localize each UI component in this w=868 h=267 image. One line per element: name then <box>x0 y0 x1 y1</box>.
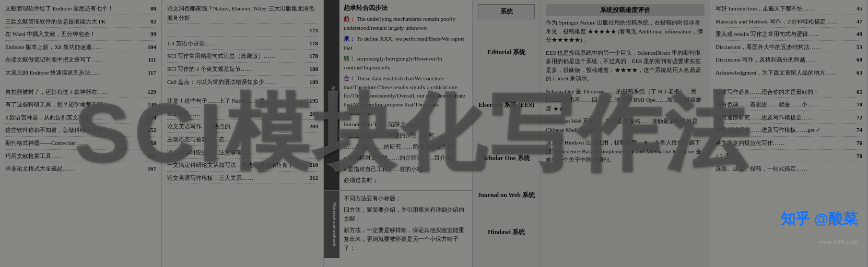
editorial-rating-text: 作为 Springer Nature 出版社用的投稿系统，在投稿的时候非常常见，… <box>546 19 703 43</box>
col6-item-4-text: Discussion，看国外大牛的五步结构法…… <box>715 43 821 52</box>
col-ratings: 系统投稿难度评价 作为 Springer Nature 出版社用的投稿系统，在投… <box>541 0 710 267</box>
col6-item-9-text: 信号通路研究……思及写作模板全…… <box>715 113 813 123</box>
ees-rating: EES 也是投稿系统中的另一个巨头，ScienceDirect 里的期刊很多用的… <box>546 48 705 83</box>
col1-item-5: 在读文献做笔记时顺手把文章写了…… 111 <box>5 55 156 66</box>
abstract-line-8: c 是指标对文中提……的介绍说……目介绍 <box>344 153 468 162</box>
col1-item-10-text: 这些软件你都不知道，怎做科研玩儿去！ <box>5 126 109 135</box>
col2-item-11-text: 论文写作时应提……注意事项…… <box>167 148 253 157</box>
col6-item-7: 综述写作必备……适合你的才是最好的！ 65 <box>715 88 862 99</box>
col6-item-1-num: 45 <box>857 4 862 14</box>
col2-item-6-text: Cell 盘点：习以为常的语法错误知多少…… <box>167 78 276 87</box>
col2-item-13-text: 论文英语写作模板：三大关系…… <box>167 174 253 183</box>
col1-item-4-num: 104 <box>148 43 157 52</box>
col6-item-2-num: 47 <box>857 17 862 27</box>
elseriver-system-name: Elseriver 系统 (EES) <box>478 100 535 110</box>
col6-item-8-num: 70 <box>857 100 862 110</box>
abstract-line-6: a 是指所在研……环境的介绍、研究…… <box>344 131 468 140</box>
col1-item-11-num: 158 <box>148 139 157 148</box>
mm-line-3: 新方法，一定要是够祥细，保证其他实验室能重复出来，否则就要被怀疑是另一个小保方晴… <box>344 226 468 252</box>
col2-item-11: 论文写作时应提……注意事项…… <box>167 148 318 159</box>
col6-item-13-text: 选题、成文、投稿，一站式搞定…… <box>715 164 807 174</box>
col2-item-10: 主动语态与被动……态…… <box>167 135 318 146</box>
hindawi-rating-text: 这只有 Hindawi 出版社用，投稿难度：★，非常人性化，旗下期刊 Evide… <box>546 139 701 163</box>
col1-item-7: 自拍器被封了，还好有这 4 款神器在…… 129 <box>5 88 156 99</box>
col2-item-12: 一文搞定科研论文从如写法，再也不要淡水鱼食了…… 210 <box>167 161 318 172</box>
page-container: 文献管理软件给了 Endnote 竟然还有七个！ 80 三款文献管理软件的信息提… <box>0 0 868 267</box>
scholar-system-name: Scholar One 系统 <box>478 153 535 163</box>
col6-item-3-num: 49 <box>857 30 862 39</box>
col1-item-12-text: 巧用文献检索工具…… <box>5 152 63 161</box>
col2-item-12-num: 210 <box>310 161 319 170</box>
col1-item-5-text: 在读文献做笔记时顺手把文章写了…… <box>5 55 103 65</box>
col2-item-13-num: 212 <box>310 174 319 183</box>
scholar-rating-text: Scholar One 是 Thomson……的投稿系统（了 SCI 老板），用… <box>546 88 701 112</box>
abstract-line-5: Introduction T……陷阱之 abcd <box>344 120 468 129</box>
abstract-line-3: 转： surprisingly/Intriguingly/However/In … <box>344 54 468 71</box>
ees-rating-text: EES 也是投稿系统中的另一个巨头，ScienceDirect 里的期刊很多用的… <box>546 50 701 82</box>
col2-item-6: Cell 盘点：习以为常的语法错误知多少…… 189 <box>167 78 318 89</box>
col2-item-8-num: 201 <box>310 110 319 119</box>
col2-item-2-text: …… <box>167 26 179 35</box>
col6-item-1: 写好 Introduction，走遍天下都不怕…… 45 <box>715 4 862 15</box>
col1-item-4-text: Endnote 版本上新，X8 新功能速递…… <box>5 43 103 52</box>
col-writing-skills: 写好 Introduction，走遍天下都不怕…… 45 Materials a… <box>710 0 868 267</box>
col2-item-5-num: 188 <box>310 65 319 74</box>
col2-item-2: …… 173 <box>167 26 318 37</box>
col6-item-10-text: 肿瘤领域研究……进及写作模板……get ✓ <box>715 126 820 135</box>
col2-item-3-num: 178 <box>310 39 319 48</box>
col1-item-10: 这些软件你都不知道，怎做科研玩儿去！ 152 <box>5 126 156 137</box>
col1-item-10-num: 152 <box>148 126 157 135</box>
abstract-cheng-text: To define XXX, we performed/Here/We repo… <box>344 35 464 51</box>
col6-item-11: 英文达意的规范化写作…… 76 <box>715 139 862 150</box>
abstract-line-4: 合： These data establish that/We conclude… <box>344 74 468 117</box>
col3-inner: Abstract 趋承转合四步法 趋： The underlying mecha… <box>324 0 472 267</box>
col2-item-7: 注意！这些句子……上了 Nature……是…… 195 <box>167 96 318 107</box>
col6-item-13: 选题、成文、投稿，一站式搞定…… <box>715 164 862 175</box>
col1-item-9-text: 3 款语言神器，从此告别英文写作…… <box>5 113 101 123</box>
col1-item-4: Endnote 版本上新，X8 新功能速递…… 104 <box>5 43 156 54</box>
col1-item-2-num: 82 <box>150 17 156 27</box>
col1-item-6-text: 大混兄的 Endnote 快速综述五步法…… <box>5 68 102 78</box>
col2-item-4-text: SCI 写作常用精彩句式汇总（典藏版）…… <box>167 52 275 61</box>
col6-item-1-text: 写好 Introduction，走遍天下都不怕…… <box>715 4 814 14</box>
col6-item-9: 信号通路研究……思及写作模板全…… 72 <box>715 113 862 124</box>
abstract-section: Abstract 趋承转合四步法 趋： The underlying mecha… <box>324 0 472 267</box>
abstract-qu-label: 趋： <box>344 16 355 22</box>
col1-item-7-num: 129 <box>148 88 157 97</box>
col2-item-12-text: 一文搞定科研论文从如写法，再也不要淡水鱼食了…… <box>167 161 305 170</box>
col2-item-3: 1.3 英语小讲堂…… 178 <box>167 39 318 50</box>
col2-item-4: SCI 写作常用精彩句式汇总（典藏版）…… 178 <box>167 52 318 63</box>
col-writing-tips: 论文润色哪家强？Nature, Elsevier, Wiley 三大出版集团润色… <box>162 0 324 267</box>
col2-item-13: 论文英语写作模板：三大关系…… 212 <box>167 174 318 185</box>
abstract-cheng-label: 承： <box>344 35 355 42</box>
col6-item-12-num: 78 <box>857 152 862 161</box>
col1-item-13-text: 毕业论文格式大全藏起…… <box>5 164 74 174</box>
mm-line-2: 旧方法，要简要介绍，并引用原来有详细介绍的文献； <box>344 205 468 223</box>
jweb-system-name: Journal on Web 系统 <box>478 190 535 200</box>
background-content: 文献管理软件给了 Endnote 竟然还有七个！ 80 三款文献管理软件的信息提… <box>0 0 868 267</box>
col6-item-3: 重头戏 results 写作之常用句式与逻辑…… 49 <box>715 30 862 41</box>
col2-item-3-text: 1.3 英语小讲堂…… <box>167 39 216 48</box>
col2-item-5: SCI 写作的 4 个英文规范短节…… 188 <box>167 65 318 76</box>
col2-item-1: 论文润色哪家强？Nature, Elsevier, Wiley 三大出版集团润色… <box>167 4 318 24</box>
col2-item-8-text: SCI 常见…… <box>167 110 201 119</box>
col2-item-8: SCI 常见…… 201 <box>167 110 318 120</box>
col6-item-2-text: Materials and Methods 写作，2 分钟轻松搞定…… <box>715 17 837 27</box>
abstract-line-9: d 是指对自己工作……容的小结 <box>344 165 468 174</box>
col1-item-9: 3 款语言神器，从此告别英文写作…… 144 <box>5 113 156 124</box>
col1-item-12: 巧用文献检索工具…… 163 <box>5 152 156 163</box>
abstract-line-10: 必须过去时； <box>344 176 468 185</box>
abstract-header-row: Abstract 趋承转合四步法 趋： The underlying mecha… <box>324 0 472 190</box>
col1-item-8-num: 140 <box>148 100 157 110</box>
col2-item-10-text: 主动语态与被动……态…… <box>167 135 236 144</box>
col6-item-5: Discussion 写作，及格到高分的跨越…… 60 <box>715 55 862 66</box>
col1-item-6: 大混兄的 Endnote 快速综述五步法…… 117 <box>5 68 156 79</box>
col1-item-8: 有了这些科研工具，您？还学啥都不行！ 140 <box>5 100 156 111</box>
col6-item-10-num: 74 <box>857 126 862 135</box>
col1-item-7-text: 自拍器被封了，还好有这 4 款神器在…… <box>5 88 109 97</box>
col2-item-9-num: 204 <box>310 122 319 131</box>
col2-item-9: 论文英语写作……热点的…… 204 <box>167 122 318 133</box>
col1-item-6-num: 117 <box>148 68 156 78</box>
abstract-line-1: 趋： The underlying mechanisms remain poor… <box>344 15 468 32</box>
col-literature: 文献管理软件给了 Endnote 竟然还有七个！ 80 三款文献管理软件的信息提… <box>0 0 162 267</box>
